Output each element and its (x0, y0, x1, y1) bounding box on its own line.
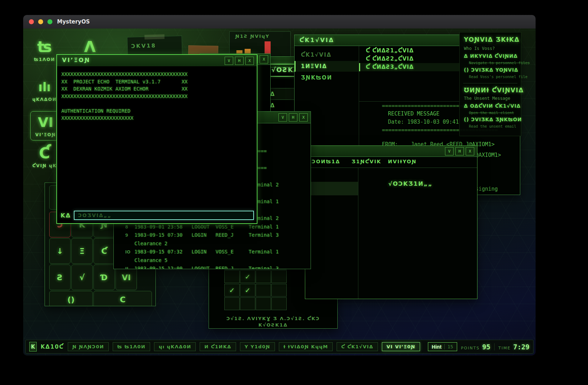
files-window[interactable]: V H X ƆOИʦ1Δ Ʒ1ƝƇVIK ИVIƗYOƝ √OƆKƷ1И„„ (305, 145, 477, 299)
grid-cell[interactable] (256, 270, 271, 283)
message-date: Date: 1983-10-03 09:41 (388, 119, 459, 125)
taskbar-window-button[interactable]: Ɲ ƝΛƝƆ0И (68, 342, 109, 351)
minimize-button[interactable]: V (445, 147, 454, 155)
quest-item-text: Read Voss's personnel file (469, 75, 527, 79)
taskbar-window-button[interactable]: И Ƈ1ИKΔ (200, 342, 236, 351)
desktop-icon-1[interactable]: ʦ ʦ1ΛOИ (30, 38, 60, 62)
files-sidebar (305, 168, 358, 299)
maximize-button[interactable]: H (455, 147, 464, 155)
terminal-title: VIʼΞOƝ (62, 57, 91, 63)
files-sidebar-selected-row[interactable] (305, 182, 358, 195)
quest-section-title: ƱИƝИƗ ƇVIƝVIΔ (464, 87, 524, 94)
quest-item-alien: () ƆVIƷKΔ ƷƝKʦOИ (464, 117, 522, 122)
log-line: 91983-09-15 07:30 LOGIN REED_J Terminal … (125, 231, 311, 240)
app-window: MysteryOS ʦ ʦ1ΛOИ Λ ılı ɥKΛΔOИ VI VIʼΞOƝ… (23, 15, 536, 355)
terminal-line: AUTHENTICATION REQUIRED (61, 107, 257, 115)
mail-folder[interactable]: ƇK1√VIΔ (295, 50, 359, 60)
time-display: TIME 7:29 (498, 343, 530, 351)
taskbar-window-button[interactable]: Ɨ ƗVIΔ0Ɲ KɥɥM (279, 342, 333, 351)
grid-cell[interactable] (271, 284, 287, 297)
grid-cell[interactable] (240, 270, 255, 283)
keypad-key[interactable]: ↓ (49, 238, 71, 264)
desktop-icon-4[interactable]: Ƈ ƇVIƝ ɥK (30, 145, 60, 168)
points-value: 95 (482, 343, 490, 351)
files-tab-3[interactable]: ИVIƗYOƝ (388, 159, 416, 164)
taskbar-window-button[interactable]: ʦ ʦ1Λ0И (113, 342, 150, 351)
terminal-output: XXXXXXXXXXXXXXXXXXXXXXXXXXXXXXXXXXXXXXXX… (57, 66, 257, 223)
grid-caption-1: Ɔ√1Ƨ. ΛVIYKƔ Ʒ Λ.Ɔ√1Ƨ. ƇKƆ (209, 316, 337, 321)
maximize-button[interactable]: H (289, 113, 297, 122)
minimize-button[interactable]: V (225, 57, 233, 65)
quest-item-alien: () ƆVIƷKΔ YOƝVIΔ (464, 67, 518, 73)
close-button[interactable]: X (299, 113, 308, 122)
quest-divider (463, 83, 517, 83)
grid-cell[interactable] (224, 270, 240, 283)
terminal-prompt: KΔ (61, 212, 71, 219)
mail-title: ƇK1√VIΔ (300, 37, 334, 43)
hint-button[interactable]: Hint 15 (428, 342, 457, 351)
personnel-row[interactable]: Δ (267, 88, 295, 99)
note-text: ƆKV18 (131, 42, 157, 50)
tape-decoration (144, 34, 164, 39)
taskbar-window-button[interactable]: Ƈ ƇK1√VIΔ (337, 342, 378, 351)
maximize-button[interactable]: H (235, 57, 244, 65)
grid-cell[interactable] (240, 284, 255, 297)
grid-cell[interactable] (224, 297, 240, 310)
terminal-titlebar: VIʼΞOƝ V H X (57, 55, 257, 67)
close-button[interactable]: X (245, 57, 254, 65)
files-titlebar: V H X (305, 146, 477, 157)
grid-cell[interactable] (240, 297, 255, 310)
close-button[interactable]: X (466, 147, 474, 155)
chart-widget-title: Ɲ1Ƨ ƝVIɥY (235, 34, 270, 39)
app-icon: Λ (75, 38, 105, 56)
time-label: TIME (498, 346, 511, 350)
log-line: 81983-09-01 23:58 LOGOUT VOSS_E Terminal… (125, 223, 311, 232)
log-line: Clearance 5 (125, 257, 311, 265)
desktop: ʦ ʦ1ΛOИ Λ ılı ɥKΛΔOИ VI VIʼΞOƝ Ƈ ƇVIƝ ɥK… (23, 29, 536, 355)
minimize-button[interactable]: V (278, 113, 287, 122)
start-button[interactable]: K (29, 342, 37, 351)
minimize-traffic-button[interactable] (38, 19, 43, 24)
files-tab-2[interactable]: Ʒ1ƝƇVIK (352, 159, 381, 164)
taskbar-window-button-active[interactable]: VI VIʼΞ0Ɲ (382, 342, 420, 351)
grid-cell[interactable] (271, 297, 287, 310)
points-label: POINTS (461, 346, 480, 350)
grid-cell[interactable] (271, 270, 287, 283)
desktop-icon-5[interactable]: Λ (75, 38, 105, 56)
taskbar: K KΔ10Ƈ Ɲ ƝΛƝƆ0И ʦ ʦ1Λ0И ɥı ɥKΛΔ0И И Ƈ1И… (25, 340, 533, 354)
taskbar-window-button[interactable]: ɥı ɥKΛΔ0И (154, 342, 196, 351)
points-display: POINTS 95 (461, 343, 490, 351)
grid-cell[interactable] (256, 297, 271, 310)
terminal-line (61, 100, 257, 107)
terminal-window[interactable]: VIʼΞOƝ V H X XXXXXXXXXXXXXXXXXXXXXXXXXXX… (56, 54, 257, 224)
files-tab-1[interactable]: ƆOИʦ1Δ (312, 159, 340, 164)
terminal-line: XXXXXXXXXXXXXXXXXXXXXXXXXXXXXXXXXXXXXXXX… (61, 71, 257, 78)
row-bullet: Δ (270, 102, 275, 109)
taskbar-window-button[interactable]: Y Y1d0Ɲ (240, 342, 275, 351)
mail-folder[interactable]: 1ИΞVIΔ (295, 61, 359, 72)
log-line: IO1983-09-15 07:32 LOGIN VOSS_E Terminal… (125, 248, 311, 257)
grid-cell[interactable] (256, 284, 271, 297)
close-traffic-button[interactable] (29, 19, 34, 24)
keypad-key-wide[interactable]: C (93, 291, 152, 306)
keypad-key-wide[interactable]: () (49, 291, 93, 306)
terminal-command-input[interactable]: ƆOƷVIΔ„„ (74, 211, 254, 220)
personnel-row[interactable]: Δ (267, 99, 295, 111)
keypad-key[interactable]: Ξ (71, 238, 93, 264)
row-bullet: Δ (270, 91, 275, 97)
files-menu-row: ƆOИʦ1Δ Ʒ1ƝƇVIK ИVIƗYOƝ (305, 157, 477, 168)
os-title: MysteryOS (57, 19, 90, 25)
keypad-key[interactable]: √ (71, 265, 93, 290)
terminal-line: XXXXXXXXXXXXXXXXXXXXXXXXXXXXXXXXXXXXXXXX… (61, 93, 257, 100)
quest-item-text: Read the unsent email (469, 124, 516, 128)
mail-folder[interactable]: ƷƝKʦOИ (295, 72, 359, 83)
keypad-key[interactable]: Ƈ (93, 238, 115, 264)
close-button[interactable]: X (260, 55, 268, 63)
desktop-icon-2[interactable]: ılı ɥKΛΔOИ (30, 78, 60, 102)
taskbar-separator (494, 343, 495, 350)
zoom-traffic-button[interactable] (47, 19, 52, 24)
keypad-key[interactable]: Ɗ (93, 265, 115, 290)
keypad-key[interactable]: Ƨ (49, 265, 71, 290)
grid-cell[interactable] (224, 284, 240, 297)
icon-label: ʦ1ΛOИ (30, 57, 60, 62)
